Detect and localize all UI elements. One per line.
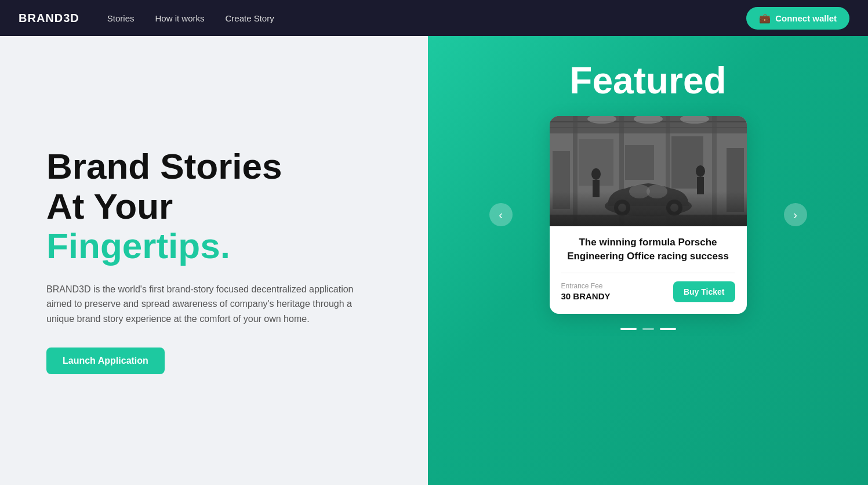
buy-ticket-button[interactable]: Buy Ticket <box>673 281 735 302</box>
hero-description: BRAND3D is the world's first brand-story… <box>46 282 371 327</box>
svg-rect-9 <box>625 145 654 180</box>
card-divider <box>561 273 735 273</box>
carousel-dots <box>620 328 676 330</box>
card-image-overlay <box>550 191 747 226</box>
featured-title: Featured <box>569 59 726 102</box>
wallet-icon: 💼 <box>759 13 771 24</box>
launch-application-button[interactable]: Launch Application <box>46 348 165 374</box>
hero-title-line2: At Your <box>46 186 173 226</box>
nav-links: Stories How it works Create Story <box>107 13 746 23</box>
entrance-fee-info: Entrance Fee 30 BRANDY <box>561 282 611 302</box>
hero-panel: Brand Stories At Your Fingertips. BRAND3… <box>0 36 428 485</box>
navbar: BRAND3D Stories How it works Create Stor… <box>0 0 868 36</box>
featured-panel: Featured ‹ <box>428 36 868 485</box>
story-card: The winning formula Porsche Engineering … <box>550 116 747 314</box>
entrance-fee-value: 30 BRANDY <box>561 291 611 301</box>
carousel-dot-1[interactable] <box>620 328 637 330</box>
card-image <box>550 116 747 226</box>
nav-link-stories[interactable]: Stories <box>107 13 135 23</box>
nav-link-create-story[interactable]: Create Story <box>226 13 274 23</box>
card-footer: Entrance Fee 30 BRANDY Buy Ticket <box>561 281 735 302</box>
hero-title: Brand Stories At Your Fingertips. <box>46 147 382 266</box>
main-content: Brand Stories At Your Fingertips. BRAND3… <box>0 36 868 485</box>
nav-link-how-it-works[interactable]: How it works <box>155 13 204 23</box>
carousel-dot-2[interactable] <box>642 328 654 330</box>
card-story-title: The winning formula Porsche Engineering … <box>561 236 735 263</box>
card-body: The winning formula Porsche Engineering … <box>550 226 747 314</box>
connect-wallet-label: Connect wallet <box>775 13 837 23</box>
svg-point-20 <box>696 165 705 177</box>
hero-title-line1: Brand Stories <box>46 146 282 186</box>
svg-point-18 <box>591 168 601 180</box>
hero-title-accent: Fingertips. <box>46 226 230 266</box>
entrance-fee-label: Entrance Fee <box>561 282 611 290</box>
connect-wallet-button[interactable]: 💼 Connect wallet <box>746 7 849 30</box>
card-wrapper: ‹ <box>503 116 793 314</box>
carousel-prev-button[interactable]: ‹ <box>489 203 513 226</box>
carousel-dot-3[interactable] <box>660 328 676 330</box>
brand-logo: BRAND3D <box>19 12 79 25</box>
carousel-next-button[interactable]: › <box>784 203 807 226</box>
